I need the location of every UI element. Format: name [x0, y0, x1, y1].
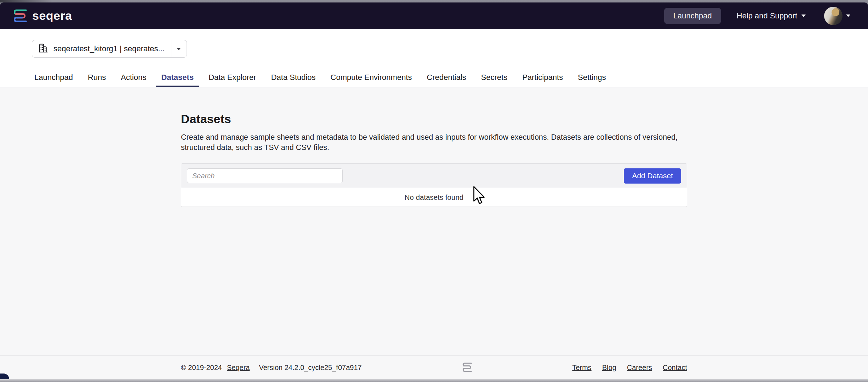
chevron-down-icon	[177, 48, 181, 50]
brand-name: seqera	[32, 9, 72, 23]
seqera-logo-icon	[12, 8, 27, 24]
tab-data-explorer[interactable]: Data Explorer	[203, 69, 262, 87]
help-and-support-menu[interactable]: Help and Support	[737, 11, 806, 21]
tab-runs[interactable]: Runs	[82, 69, 111, 87]
help-and-support-label: Help and Support	[737, 11, 797, 21]
careers-link[interactable]: Careers	[627, 364, 652, 372]
footer: © 2019-2024 Seqera Version 24.2.0_cycle2…	[0, 355, 868, 379]
top-navbar: seqera Launchpad Help and Support	[0, 2, 868, 29]
mouse-cursor-icon	[473, 186, 486, 208]
tab-secrets[interactable]: Secrets	[476, 69, 513, 87]
tab-actions[interactable]: Actions	[115, 69, 152, 87]
contact-link[interactable]: Contact	[663, 364, 687, 372]
user-menu[interactable]	[824, 7, 850, 25]
tab-credentials[interactable]: Credentials	[422, 69, 472, 87]
seqera-link[interactable]: Seqera	[227, 364, 250, 372]
datasets-toolbar: Add Dataset	[181, 164, 687, 188]
blog-link[interactable]: Blog	[602, 364, 616, 372]
main-content: Datasets Create and manage sample sheets…	[0, 87, 868, 355]
tab-settings[interactable]: Settings	[572, 69, 611, 87]
chevron-down-icon	[801, 15, 806, 17]
workspace-selector[interactable]: seqeratest_kitorg1 | seqerates...	[32, 40, 187, 58]
workspace-selector-label: seqeratest_kitorg1 | seqerates...	[53, 44, 165, 53]
workspace-selector-main: seqeratest_kitorg1 | seqerates...	[32, 40, 171, 57]
workspace-selector-dropdown[interactable]	[171, 40, 187, 57]
datasets-card: Add Dataset No datasets found	[181, 163, 687, 207]
empty-state-message: No datasets found	[405, 193, 463, 202]
footer-copyright: © 2019-2024 Seqera Version 24.2.0_cycle2…	[181, 364, 362, 372]
copyright-text: © 2019-2024	[181, 364, 222, 372]
brand[interactable]: seqera	[12, 8, 72, 24]
chevron-down-icon	[846, 15, 850, 17]
navbar-right: Launchpad Help and Support	[664, 7, 850, 25]
tab-compute-environments[interactable]: Compute Environments	[325, 69, 417, 87]
version-text: Version 24.2.0_cycle25_f07a917	[259, 364, 361, 372]
workspace-tabs: Launchpad Runs Actions Datasets Data Exp…	[0, 69, 868, 87]
organization-building-icon	[38, 43, 48, 55]
tab-launchpad[interactable]: Launchpad	[29, 69, 78, 87]
search-input[interactable]	[187, 168, 343, 183]
tab-data-studios[interactable]: Data Studios	[266, 69, 321, 87]
page-description: Create and manage sample sheets and meta…	[181, 132, 687, 153]
seqera-footer-logo-icon	[462, 361, 472, 374]
empty-state-row: No datasets found	[181, 188, 687, 207]
launchpad-button[interactable]: Launchpad	[664, 8, 721, 24]
window-top-edge	[0, 0, 868, 2]
tab-participants[interactable]: Participants	[517, 69, 568, 87]
page-title: Datasets	[181, 87, 687, 126]
terms-link[interactable]: Terms	[572, 364, 591, 372]
footer-links: Terms Blog Careers Contact	[572, 364, 687, 372]
workspace-tabs-band: seqeratest_kitorg1 | seqerates... Launch…	[0, 29, 868, 87]
add-dataset-button[interactable]: Add Dataset	[624, 168, 681, 184]
workspace-row: seqeratest_kitorg1 | seqerates...	[0, 29, 868, 58]
window-bottom-edge	[0, 379, 868, 382]
tab-datasets[interactable]: Datasets	[156, 69, 199, 87]
app-window: seqera Launchpad Help and Support	[0, 0, 868, 382]
user-avatar[interactable]	[824, 7, 843, 25]
